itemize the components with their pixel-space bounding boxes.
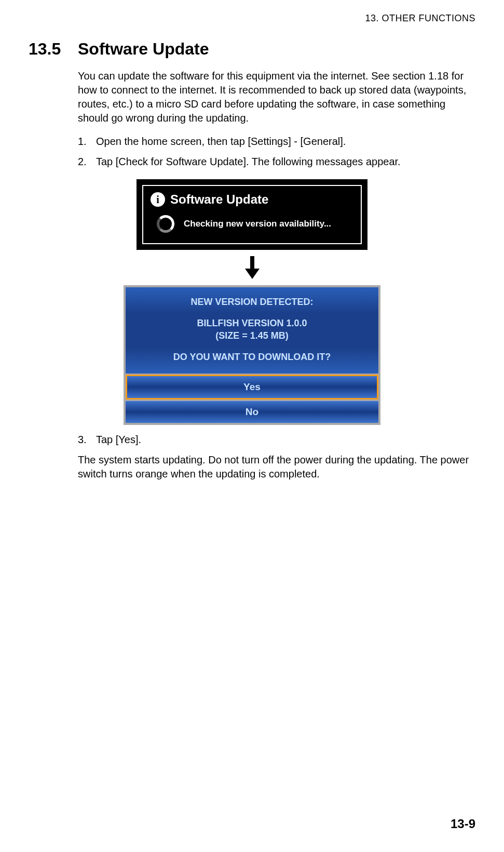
- step-item: 3. Tap [Yes].: [78, 433, 475, 447]
- svg-rect-0: [250, 256, 254, 269]
- dialog-line: (SIZE = 1.45 MB): [131, 330, 373, 341]
- dialog-message: NEW VERSION DETECTED: BILLFISH VERSION 1…: [126, 287, 378, 374]
- page-number: 13-9: [451, 817, 475, 831]
- dialog-status-text: Checking new version availability...: [184, 219, 331, 229]
- step-text: Tap [Check for Software Update]. The fol…: [96, 155, 475, 169]
- dialog-title: Software Update: [170, 192, 268, 207]
- step-number: 3.: [78, 433, 96, 447]
- spinner-icon: [157, 215, 174, 233]
- download-confirm-dialog: NEW VERSION DETECTED: BILLFISH VERSION 1…: [124, 285, 380, 425]
- section-heading: 13.5 Software Update: [29, 39, 475, 59]
- arrow-down-icon: [245, 256, 260, 279]
- software-update-checking-dialog: i Software Update Checking new version a…: [137, 179, 367, 250]
- step-item: 1. Open the home screen, then tap [Setti…: [78, 135, 475, 149]
- dialog-line: DO YOU WANT TO DOWNLOAD IT?: [131, 352, 373, 363]
- step-list: 1. Open the home screen, then tap [Setti…: [78, 135, 475, 169]
- intro-paragraph: You can update the software for this equ…: [78, 69, 475, 125]
- section-number: 13.5: [29, 39, 78, 59]
- section-title: Software Update: [78, 39, 209, 59]
- outro-paragraph: The system starts updating. Do not turn …: [78, 453, 475, 481]
- no-button[interactable]: No: [126, 401, 378, 423]
- step-number: 2.: [78, 155, 96, 169]
- figure-area: i Software Update Checking new version a…: [29, 179, 475, 425]
- dialog-line: BILLFISH VERSION 1.0.0: [131, 318, 373, 329]
- step-text: Tap [Yes].: [96, 433, 475, 447]
- svg-marker-1: [245, 269, 260, 279]
- step-number: 1.: [78, 135, 96, 149]
- step-item: 2. Tap [Check for Software Update]. The …: [78, 155, 475, 169]
- chapter-header: 13. OTHER FUNCTIONS: [29, 13, 475, 24]
- dialog-line: NEW VERSION DETECTED:: [131, 297, 373, 308]
- info-icon: i: [151, 192, 165, 207]
- step-list: 3. Tap [Yes].: [78, 433, 475, 447]
- step-text: Open the home screen, then tap [Settings…: [96, 135, 475, 149]
- yes-button[interactable]: Yes: [126, 375, 378, 400]
